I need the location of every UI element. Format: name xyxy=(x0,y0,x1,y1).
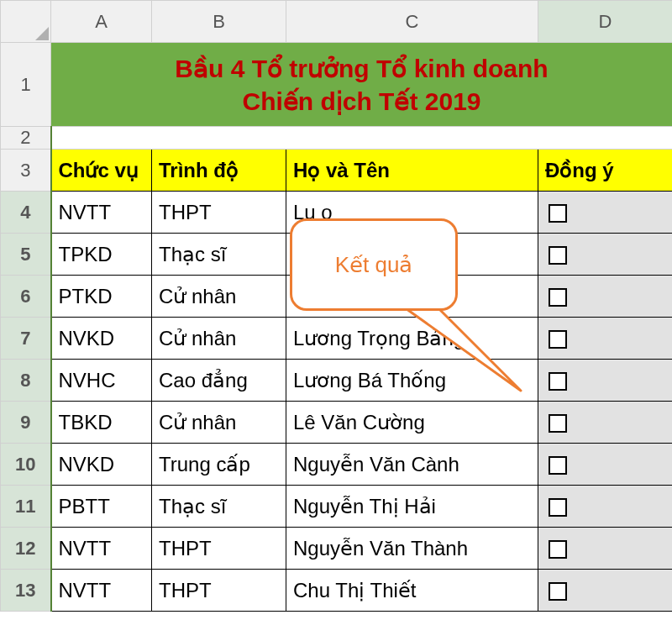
header-dongy[interactable]: Đồng ý xyxy=(538,150,673,192)
cell-B13[interactable]: THPT xyxy=(152,570,286,612)
checkbox-icon[interactable] xyxy=(549,540,567,559)
row-8: 8 NVHC Cao đẳng Lương Bá Thống xyxy=(1,360,673,402)
cell-D13[interactable] xyxy=(538,570,673,612)
row-header-13[interactable]: 13 xyxy=(1,570,51,612)
row-10: 10 NVKD Trung cấp Nguyễn Văn Cành xyxy=(1,444,673,486)
checkbox-icon[interactable] xyxy=(549,330,567,349)
cell-A6[interactable]: PTKD xyxy=(51,276,152,318)
row-2: 2 xyxy=(1,127,673,150)
col-header-A[interactable]: A xyxy=(51,1,152,43)
row-1: 1 Bầu 4 Tổ trưởng Tổ kinh doanh Chiến dị… xyxy=(1,43,673,127)
row-header-6[interactable]: 6 xyxy=(1,276,51,318)
cell-D8[interactable] xyxy=(538,360,673,402)
row-header-11[interactable]: 11 xyxy=(1,486,51,528)
checkbox-icon[interactable] xyxy=(549,414,567,433)
cell-A11[interactable]: PBTT xyxy=(51,486,152,528)
cell-C11[interactable]: Nguyễn Thị Hải xyxy=(286,486,538,528)
col-header-D[interactable]: D xyxy=(538,1,673,43)
cell-D10[interactable] xyxy=(538,444,673,486)
row-header-7[interactable]: 7 xyxy=(1,318,51,360)
title-cell[interactable]: Bầu 4 Tổ trưởng Tổ kinh doanh Chiến dịch… xyxy=(51,43,673,127)
checkbox-icon[interactable] xyxy=(549,498,567,517)
row-11: 11 PBTT Thạc sĩ Nguyễn Thị Hải xyxy=(1,486,673,528)
cell-B8[interactable]: Cao đẳng xyxy=(152,360,286,402)
row-13: 13 NVTT THPT Chu Thị Thiết xyxy=(1,570,673,612)
cell-B7[interactable]: Cử nhân xyxy=(152,318,286,360)
cell-A8[interactable]: NVHC xyxy=(51,360,152,402)
checkbox-icon[interactable] xyxy=(549,288,567,307)
header-hovaten[interactable]: Họ và Tên xyxy=(286,150,538,192)
cell-D6[interactable] xyxy=(538,276,673,318)
header-trinhdo[interactable]: Trình độ xyxy=(152,150,286,192)
cell-D7[interactable] xyxy=(538,318,673,360)
callout-bubble: Kết quả xyxy=(290,218,458,311)
cell-D4[interactable] xyxy=(538,192,673,234)
cell-B4[interactable]: THPT xyxy=(152,192,286,234)
callout-tail-icon xyxy=(378,302,529,412)
col-header-B[interactable]: B xyxy=(152,1,286,43)
checkbox-icon[interactable] xyxy=(549,204,567,223)
cell-B9[interactable]: Cử nhân xyxy=(152,402,286,444)
row-header-3[interactable]: 3 xyxy=(1,150,51,192)
cell-B5[interactable]: Thạc sĩ xyxy=(152,234,286,276)
cell-A5[interactable]: TPKD xyxy=(51,234,152,276)
header-chucvu[interactable]: Chức vụ xyxy=(51,150,152,192)
svg-marker-0 xyxy=(403,307,521,391)
row-header-5[interactable]: 5 xyxy=(1,234,51,276)
col-header-C[interactable]: C xyxy=(286,1,538,43)
row-header-12[interactable]: 12 xyxy=(1,528,51,570)
checkbox-icon[interactable] xyxy=(549,246,567,265)
row-header-10[interactable]: 10 xyxy=(1,444,51,486)
cell-A12[interactable]: NVTT xyxy=(51,528,152,570)
cell-B11[interactable]: Thạc sĩ xyxy=(152,486,286,528)
row-header-8[interactable]: 8 xyxy=(1,360,51,402)
cell-C12[interactable]: Nguyễn Văn Thành xyxy=(286,528,538,570)
callout-text: Kết quả xyxy=(335,252,413,278)
row-header-4[interactable]: 4 xyxy=(1,192,51,234)
title-line1: Bầu 4 Tổ trưởng Tổ kinh doanh xyxy=(51,52,672,85)
row-12: 12 NVTT THPT Nguyễn Văn Thành xyxy=(1,528,673,570)
cell-A4[interactable]: NVTT xyxy=(51,192,152,234)
select-all-corner[interactable] xyxy=(1,1,51,43)
cell-C10[interactable]: Nguyễn Văn Cành xyxy=(286,444,538,486)
cell-D9[interactable] xyxy=(538,402,673,444)
cell-D11[interactable] xyxy=(538,486,673,528)
row-header-2[interactable]: 2 xyxy=(1,127,51,150)
cell-A10[interactable]: NVKD xyxy=(51,444,152,486)
row-header-1[interactable]: 1 xyxy=(1,43,51,127)
row-3: 3 Chức vụ Trình độ Họ và Tên Đồng ý xyxy=(1,150,673,192)
column-header-row: A B C D xyxy=(1,1,673,43)
blank-cell[interactable] xyxy=(51,127,673,150)
checkbox-icon[interactable] xyxy=(549,582,567,601)
cell-A13[interactable]: NVTT xyxy=(51,570,152,612)
cell-D12[interactable] xyxy=(538,528,673,570)
cell-B10[interactable]: Trung cấp xyxy=(152,444,286,486)
checkbox-icon[interactable] xyxy=(549,456,567,475)
row-7: 7 NVKD Cử nhân Lương Trọng Bảng xyxy=(1,318,673,360)
cell-B12[interactable]: THPT xyxy=(152,528,286,570)
cell-B6[interactable]: Cử nhân xyxy=(152,276,286,318)
cell-A7[interactable]: NVKD xyxy=(51,318,152,360)
cell-A9[interactable]: TBKD xyxy=(51,402,152,444)
checkbox-icon[interactable] xyxy=(549,372,567,391)
row-header-9[interactable]: 9 xyxy=(1,402,51,444)
cell-D5[interactable] xyxy=(538,234,673,276)
title-line2: Chiến dịch Tết 2019 xyxy=(51,85,672,118)
cell-C13[interactable]: Chu Thị Thiết xyxy=(286,570,538,612)
row-9: 9 TBKD Cử nhân Lê Văn Cường xyxy=(1,402,673,444)
